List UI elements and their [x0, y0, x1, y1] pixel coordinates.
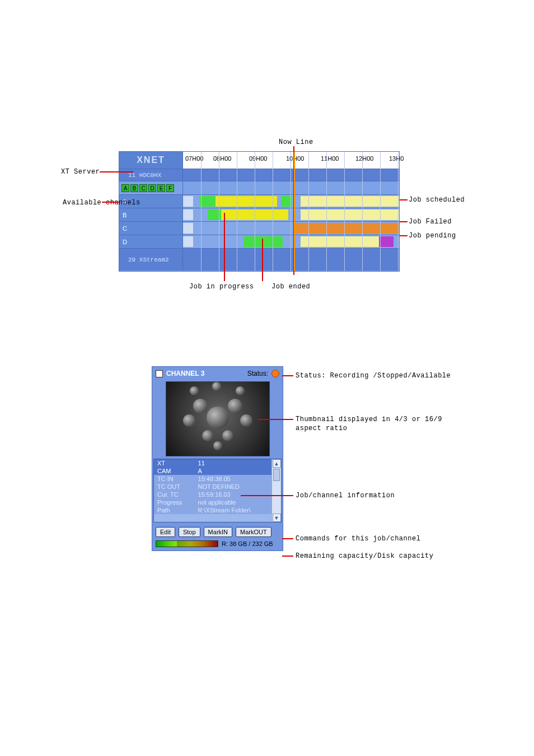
jip-pointer: [224, 213, 225, 281]
info-cam-val: A: [195, 467, 271, 475]
label-job-scheduled: Job scheduled: [409, 196, 465, 204]
time-tick: 11H00: [321, 155, 339, 162]
info-path-label: Path: [154, 506, 195, 514]
server-row-2: 29 XStream2: [119, 248, 399, 270]
job-scheduled[interactable]: [301, 236, 379, 247]
job-idle[interactable]: [183, 223, 193, 234]
channel-box-f[interactable]: F: [166, 184, 174, 192]
label-status: Status: Recording /Stopped/Available: [296, 372, 451, 380]
thumb-pointer: [257, 419, 293, 420]
scroll-thumb[interactable]: [273, 469, 280, 481]
lane-a: A: [119, 194, 399, 208]
job-ended[interactable]: [243, 236, 283, 247]
info-xt-label: XT: [154, 459, 195, 467]
info-path-val: R:\XStream Folder\: [195, 506, 271, 514]
label-job-in-progress: Job in progress: [189, 283, 254, 291]
channel-box-b[interactable]: B: [130, 184, 138, 192]
channel-panel: CHANNEL 3 Status: ▲ ▼ XT11 CAMA TC IN1: [152, 366, 283, 551]
scroll-up-icon[interactable]: ▲: [273, 459, 281, 468]
info-curtc-val: 15:59:16.03: [195, 491, 271, 498]
job-scheduled[interactable]: [301, 196, 399, 207]
info-prog-label: Progress: [154, 498, 195, 506]
jf-pointer: [400, 221, 407, 222]
server-row-1: 11 HDC0HX: [119, 169, 399, 181]
time-tick: 13H0: [389, 155, 404, 162]
info-curtc-label: Cur. TC: [154, 491, 195, 498]
status-dot-icon: [271, 370, 279, 377]
stop-button[interactable]: Stop: [179, 527, 200, 537]
lane-c: C: [119, 221, 399, 235]
channel-letter-boxes: A B C D E F: [119, 181, 183, 194]
jp-pointer: [400, 235, 407, 236]
channel-info-list: ▲ ▼ XT11 CAMA TC IN15:48:38.05 TC OUTNOT…: [153, 459, 282, 522]
job-ended[interactable]: [200, 196, 216, 207]
scroll-down-icon[interactable]: ▼: [273, 514, 281, 522]
markout-button[interactable]: MarkOUT: [236, 527, 271, 537]
info-tcin-label: TC IN: [154, 475, 195, 483]
label-thumb-2: aspect ratio: [296, 424, 347, 432]
scheduler-timeline: XNET 07H00 08H00 09H00 10H00 11H00 12H00…: [119, 151, 400, 272]
info-tcout-label: TC OUT: [154, 483, 195, 491]
lane-b-label: B: [119, 208, 183, 221]
channel-title: CHANNEL 3: [166, 370, 244, 377]
lane-c-label: C: [119, 222, 183, 235]
job-in-progress[interactable]: [216, 196, 277, 207]
time-tick: 10H00: [286, 155, 304, 162]
channel-thumbnail: [166, 381, 270, 456]
job-failed[interactable]: [295, 223, 399, 234]
jobinfo-pointer: [241, 495, 293, 496]
lane-d: D: [119, 235, 399, 248]
job-scheduled[interactable]: [301, 209, 399, 220]
js-pointer: [400, 199, 407, 200]
channels-pointer: [102, 202, 119, 203]
info-cam-label: CAM: [154, 467, 195, 475]
label-thumb-1: Thumbnail displayed in 4/3 or 16/9: [296, 416, 442, 423]
info-tcin-val: 15:48:38.05: [195, 475, 271, 483]
label-available-channels-1: Available channels: [63, 199, 140, 207]
channel-box-d[interactable]: D: [148, 184, 156, 192]
label-commands: Commands for this job/channel: [296, 535, 420, 543]
info-xt-val: 11: [195, 459, 271, 467]
lane-b: B: [119, 208, 399, 221]
channel-box-a[interactable]: A: [121, 184, 129, 192]
time-tick: 12H00: [355, 155, 373, 162]
job-pending[interactable]: [379, 236, 394, 247]
info-scrollbar[interactable]: ▲ ▼: [271, 459, 281, 522]
label-job-failed: Job Failed: [409, 218, 452, 226]
info-tcout-val: NOT DEFINED: [195, 483, 271, 491]
capacity-bar: [156, 540, 218, 547]
info-prog-val: not applicable: [195, 498, 271, 506]
label-capacity: Remaining capacity/Disk capacity: [296, 552, 433, 560]
label-xt-server: XT Server: [61, 168, 100, 176]
server2-name: 29 XStream2: [119, 249, 183, 270]
label-now-line: Now Line: [279, 138, 313, 146]
lane-d-label: D: [119, 235, 183, 248]
label-jobinfo: Job/channel information: [296, 492, 395, 500]
time-tick: 09H00: [249, 155, 267, 162]
status-pointer: [282, 375, 293, 376]
job-idle[interactable]: [183, 196, 193, 207]
now-line: [294, 152, 295, 271]
status-label: Status:: [247, 370, 268, 377]
xt-server-pointer: [100, 171, 133, 172]
time-tick: 08H00: [213, 155, 231, 162]
markin-button[interactable]: MarkIN: [204, 527, 232, 537]
job-idle[interactable]: [183, 209, 193, 220]
time-header: 07H00 08H00 09H00 10H00 11H00 12H00 13H0: [183, 152, 399, 169]
edit-button[interactable]: Edit: [156, 527, 175, 537]
xnet-title: XNET: [119, 152, 183, 169]
capacity-text: R: 38 GB / 232 GB: [222, 540, 273, 547]
label-job-pending: Job pending: [409, 232, 456, 240]
capacity-pointer: [282, 556, 293, 557]
channel-checkbox[interactable]: [156, 370, 163, 377]
job-idle[interactable]: [183, 236, 193, 247]
label-job-ended: Job ended: [271, 283, 310, 291]
je-pointer: [262, 239, 263, 281]
commands-pointer: [282, 538, 293, 539]
channel-box-e[interactable]: E: [157, 184, 165, 192]
channel-box-c[interactable]: C: [139, 184, 147, 192]
channels-strip: A B C D E F: [119, 181, 399, 194]
